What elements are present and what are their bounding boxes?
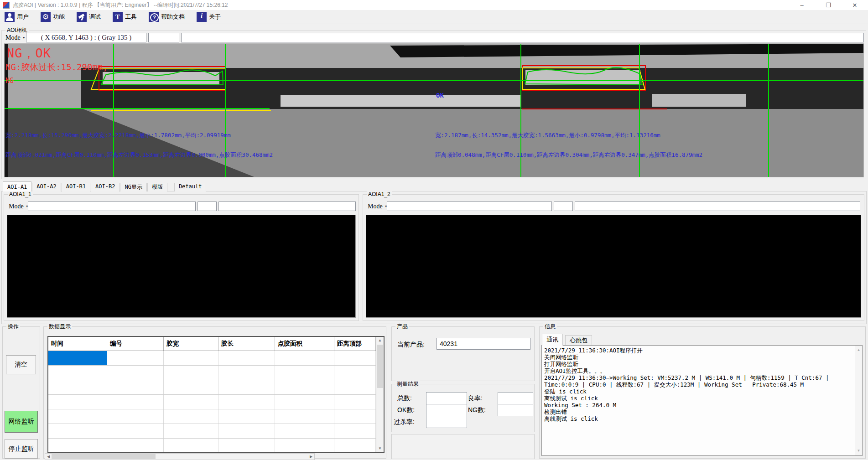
- column-header-glue-width[interactable]: 胶宽: [164, 337, 218, 351]
- table-cell[interactable]: [275, 366, 334, 380]
- table-cell[interactable]: [218, 409, 275, 424]
- table-cell[interactable]: [218, 424, 275, 438]
- table-cell[interactable]: [334, 409, 376, 424]
- table-cell[interactable]: [48, 380, 107, 394]
- scroll-down-icon[interactable]: ▼: [376, 445, 384, 452]
- table-cell[interactable]: [334, 395, 376, 409]
- scroll-right-icon[interactable]: ▶: [308, 454, 314, 460]
- right-mode-dropdown[interactable]: Mode ▼: [366, 202, 387, 211]
- table-cell[interactable]: [48, 366, 107, 380]
- left-field-3[interactable]: [218, 202, 356, 211]
- table-cell[interactable]: [164, 409, 218, 424]
- table-cell[interactable]: [107, 351, 164, 365]
- log-vertical-scrollbar[interactable]: ▲ ▼: [855, 346, 862, 455]
- table-cell[interactable]: [334, 366, 376, 380]
- table-cell[interactable]: [275, 351, 334, 365]
- table-cell[interactable]: [334, 439, 376, 453]
- table-cell[interactable]: [48, 439, 107, 453]
- minimize-button[interactable]: –: [789, 0, 815, 10]
- table-cell[interactable]: [218, 366, 275, 380]
- column-header-id[interactable]: 编号: [107, 337, 164, 351]
- table-cell[interactable]: [48, 395, 107, 409]
- camera-coordinate-field[interactable]: ( X 6568, Y 1463 ) : ( Gray 135 ): [26, 33, 146, 42]
- tab-aoi-b1[interactable]: AOI-B1: [62, 183, 90, 191]
- table-cell[interactable]: [275, 439, 334, 453]
- table-cell[interactable]: [107, 395, 164, 409]
- table-cell[interactable]: [334, 351, 376, 365]
- overkill-field[interactable]: [426, 416, 467, 428]
- scroll-left-icon[interactable]: ◀: [45, 454, 52, 460]
- table-cell[interactable]: [164, 380, 218, 394]
- table-cell[interactable]: [218, 351, 275, 365]
- toolbar-item-help[interactable]: 帮助文档: [149, 12, 185, 22]
- column-header-distance-top[interactable]: 距离顶部: [334, 337, 376, 351]
- toolbar-item-debug[interactable]: 调试: [77, 12, 101, 22]
- restore-button[interactable]: ❐: [815, 0, 842, 10]
- column-header-glue-length[interactable]: 胶长: [218, 337, 275, 351]
- table-cell[interactable]: [107, 380, 164, 394]
- table-cell[interactable]: [164, 351, 218, 365]
- ng-count-field[interactable]: [498, 404, 533, 416]
- left-field-1[interactable]: [28, 202, 196, 211]
- tab-aoi-a2[interactable]: AOI-A2: [32, 183, 61, 191]
- camera-image[interactable]: NG，OK NG:胶体过长:15.290mm, NG OK 宽:2.218mm,…: [4, 43, 864, 177]
- camera-field-3[interactable]: [181, 33, 864, 42]
- close-button[interactable]: ✕: [842, 0, 868, 10]
- table-cell[interactable]: [107, 424, 164, 438]
- scroll-up-icon[interactable]: ▲: [855, 346, 862, 354]
- table-cell[interactable]: [164, 439, 218, 453]
- table-cell[interactable]: [275, 409, 334, 424]
- table-cell[interactable]: [334, 424, 376, 438]
- table-cell[interactable]: [164, 395, 218, 409]
- table-cell[interactable]: [218, 380, 275, 394]
- table-cell[interactable]: [48, 409, 107, 424]
- table-cell[interactable]: [275, 424, 334, 438]
- table-cell[interactable]: [275, 380, 334, 394]
- table-cell[interactable]: [107, 366, 164, 380]
- scroll-up-icon[interactable]: ▲: [376, 337, 384, 344]
- table-cell[interactable]: [218, 395, 275, 409]
- camera-field-2[interactable]: [148, 33, 179, 42]
- toolbar-item-user[interactable]: 用户: [5, 12, 29, 22]
- right-field-3[interactable]: [575, 202, 860, 211]
- table-horizontal-scrollbar[interactable]: ◀ ▶: [45, 453, 315, 460]
- left-field-2[interactable]: [198, 202, 217, 211]
- scrollbar-thumb[interactable]: [52, 454, 156, 459]
- table-cell[interactable]: [164, 424, 218, 438]
- ok-count-field[interactable]: [426, 404, 467, 416]
- table-cell[interactable]: [48, 424, 107, 438]
- clear-button[interactable]: 清空: [6, 355, 36, 374]
- total-field[interactable]: [426, 392, 467, 404]
- scroll-down-icon[interactable]: ▼: [855, 447, 862, 455]
- tab-ng-display[interactable]: NG显示: [120, 183, 146, 191]
- table-cell-selected[interactable]: [48, 351, 107, 365]
- toolbar-item-tools[interactable]: 工具: [113, 12, 137, 22]
- log-output[interactable]: 2021/7/29 11:36:30:AOI程序打开 关闭网络监听 打开网络监听…: [541, 345, 863, 456]
- table-cell[interactable]: [107, 409, 164, 424]
- tab-comm[interactable]: 通讯: [542, 334, 563, 346]
- table-cell[interactable]: [218, 439, 275, 453]
- table-vertical-scrollbar[interactable]: ▲ ▼: [376, 337, 384, 452]
- column-header-time[interactable]: 时间: [48, 337, 107, 351]
- table-cell[interactable]: [275, 395, 334, 409]
- right-field-1[interactable]: [387, 202, 552, 211]
- column-header-glue-area[interactable]: 点胶面积: [275, 337, 334, 351]
- toolbar-item-functions[interactable]: 功能: [41, 12, 65, 22]
- table-cell[interactable]: [164, 366, 218, 380]
- tab-template[interactable]: 模版: [147, 183, 167, 191]
- tab-aoi-b2[interactable]: AOI-B2: [91, 183, 120, 191]
- scrollbar-thumb[interactable]: [377, 345, 383, 388]
- current-product-field[interactable]: 40231: [437, 338, 530, 350]
- stop-listen-button[interactable]: 停止监听: [5, 439, 38, 459]
- camera-mode-dropdown[interactable]: Mode ▼: [4, 33, 25, 42]
- yield-field[interactable]: [498, 392, 533, 404]
- tab-default[interactable]: Default: [174, 183, 207, 191]
- network-listen-button[interactable]: 网络监听: [5, 411, 38, 433]
- tab-heartbeat[interactable]: 心跳包: [565, 335, 592, 345]
- left-image-view[interactable]: [7, 215, 356, 318]
- left-mode-dropdown[interactable]: Mode ▼: [7, 202, 28, 211]
- table-cell[interactable]: [334, 380, 376, 394]
- right-field-2[interactable]: [554, 202, 573, 211]
- right-image-view[interactable]: [366, 215, 861, 318]
- table-cell[interactable]: [107, 439, 164, 453]
